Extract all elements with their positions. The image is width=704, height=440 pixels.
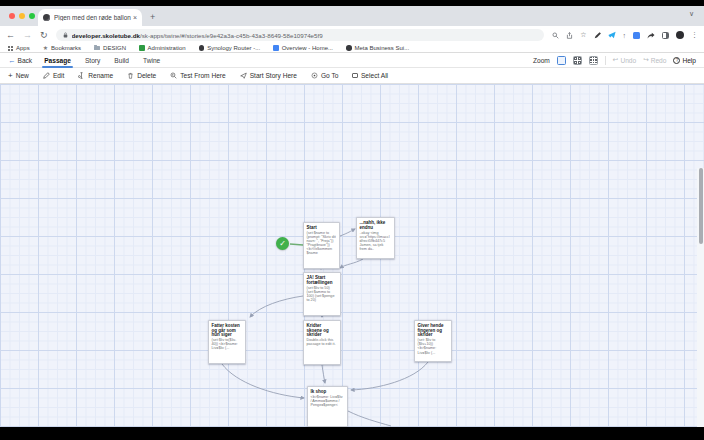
help-button[interactable]: ?Help — [673, 57, 696, 64]
passage-title: Fatter kosten og går som hun siger — [212, 323, 243, 337]
connection-fatter-to-ik-shop — [222, 364, 304, 398]
profile-avatar[interactable] — [676, 31, 684, 39]
tab-title: Pigen med den røde ballon — [54, 14, 131, 21]
start-story-here-button[interactable]: Start Story Here — [240, 72, 297, 79]
browser-tab[interactable]: Pigen med den røde ballon × — [38, 9, 142, 26]
checkbox-icon — [352, 73, 358, 79]
passage-node-start[interactable]: Start(set:$name to (prompt: "Skriv dit n… — [303, 222, 340, 269]
new-button[interactable]: +New — [8, 72, 29, 80]
bookmark-meta[interactable]: Meta Business Sui... — [346, 45, 409, 51]
uparrow-extension-icon[interactable]: ↑ — [623, 32, 627, 39]
tab-twine[interactable]: Twine — [143, 57, 160, 64]
bookmark-apps[interactable]: Apps — [8, 45, 30, 51]
passage-body: (set:$liv to($liv-40)) <b>$name: Liv=$li… — [212, 338, 243, 350]
bookmark-bookmarks[interactable]: ★Bookmarks — [43, 45, 81, 51]
back-button[interactable]: ←Back — [8, 56, 32, 65]
macos-minimize-button[interactable] — [19, 13, 25, 19]
connections-layer — [0, 84, 704, 427]
go-to-button[interactable]: Go To — [311, 72, 338, 79]
back-arrow-icon: ← — [8, 56, 16, 65]
passage-toolbar: +New Edit Rename Delete Test From Here S… — [0, 68, 704, 84]
passage-node-giver[interactable]: Giver hende fingeren og skrider(set: $li… — [414, 320, 452, 362]
zoom-medium-button[interactable] — [573, 56, 582, 65]
star-icon: ★ — [43, 46, 48, 51]
bookmark-administration[interactable]: Administration — [139, 45, 186, 51]
bookmark-design[interactable]: DESIGN — [94, 45, 126, 51]
meta-icon — [346, 45, 352, 51]
story-canvas[interactable]: ✓ Start(set:$name to (prompt: "Skriv dit… — [0, 84, 704, 427]
vertical-scrollbar[interactable] — [697, 168, 704, 427]
select-all-button[interactable]: Select All — [352, 72, 388, 79]
url-input[interactable]: developer.skoletube.dk/sk-apps/twine/#/s… — [56, 29, 545, 41]
redo-icon: ↪ — [643, 56, 649, 64]
test-from-here-button[interactable]: Test From Here — [170, 72, 225, 79]
target-icon — [311, 72, 318, 79]
start-story-marker-icon[interactable]: ✓ — [276, 237, 289, 250]
passage-title: Kridter skoene og skrider — [307, 323, 338, 337]
connection-ik-shop-to-offscreen — [348, 411, 391, 426]
passage-body: (set:$name to (prompt: "Skriv dit navn: … — [307, 231, 337, 256]
passage-node-kridter[interactable]: Kridter skoene og skriderDouble-click th… — [303, 320, 341, 365]
back-nav-icon[interactable]: ← — [6, 30, 15, 40]
undo-button[interactable]: ↩Undo — [613, 56, 636, 64]
new-tab-button[interactable]: + — [150, 12, 155, 22]
passage-body: (set:$liv to 50) (set:$ammo to 100) (set… — [307, 285, 338, 301]
telegram-extension-icon[interactable] — [608, 31, 616, 39]
tab-passage[interactable]: Passage — [44, 57, 71, 64]
letterbox-bottom — [0, 427, 704, 440]
blue-app-icon — [273, 45, 279, 51]
share-arrow-extension-icon[interactable] — [647, 32, 655, 39]
passage-node-ik-shop[interactable]: Ik shop<b>$name: Liv=$liv / Ammo=$ammo /… — [307, 386, 348, 427]
passage-node-ja-start[interactable]: JA! Start fortællingen(set:$liv to 50) (… — [303, 272, 341, 316]
trash-icon — [127, 72, 134, 79]
passage-body: ..okay <img src="https://imaccld/rect59b… — [360, 230, 392, 251]
passage-node-fatter[interactable]: Fatter kosten og går som hun siger(set:$… — [208, 320, 246, 364]
blue-extension-icon[interactable] — [633, 32, 640, 39]
tab-favicon-icon — [43, 14, 50, 21]
bookmark-overview[interactable]: Overview - Home... — [273, 45, 333, 51]
apps-grid-icon — [8, 46, 13, 51]
bookmarks-bar: Apps ★Bookmarks DESIGN Administration Sy… — [0, 44, 704, 53]
passage-node-nahh[interactable]: ...nahh, ikke endnu..okay <img src="http… — [356, 217, 395, 259]
rename-button[interactable]: Rename — [78, 72, 113, 79]
url-domain: developer.skoletube.dk — [72, 32, 140, 39]
pencil-icon — [43, 72, 50, 79]
browser-address-bar: ← → ↻ developer.skoletube.dk/sk-apps/twi… — [0, 26, 704, 44]
lock-icon — [63, 32, 68, 38]
tab-story[interactable]: Story — [85, 57, 100, 64]
forward-nav-icon[interactable]: → — [23, 30, 32, 40]
play-send-icon — [240, 72, 247, 79]
pen-extension-icon[interactable] — [594, 32, 601, 39]
bookmark-synology[interactable]: Synology Router -... — [199, 45, 261, 51]
browser-menu-icon[interactable]: ⋮ — [691, 31, 698, 39]
tab-close-icon[interactable]: × — [133, 14, 137, 21]
url-text: developer.skoletube.dk/sk-apps/twine/#/s… — [72, 32, 323, 39]
connection-giver-to-ik-shop — [351, 362, 428, 390]
nine-dots-icon — [590, 57, 597, 64]
reload-icon[interactable]: ↻ — [40, 30, 48, 40]
share-icon[interactable] — [566, 32, 573, 39]
search-icon[interactable] — [552, 32, 559, 39]
passage-body: (set: $liv to ($liv+10)) <b>$name: Liv=$… — [418, 338, 449, 354]
bookmark-star-icon[interactable]: ☆ — [580, 31, 586, 39]
passage-title: Giver hende fingeren og skrider — [418, 323, 449, 337]
tab-build[interactable]: Build — [114, 57, 129, 64]
zoom-label: Zoom — [533, 57, 550, 64]
undo-icon: ↩ — [613, 56, 619, 64]
connection-nahh-to-ja-start — [340, 259, 363, 268]
zoom-100-button[interactable] — [557, 56, 566, 65]
vertical-scrollbar-thumb[interactable] — [699, 168, 703, 244]
edit-button[interactable]: Edit — [43, 72, 64, 79]
delete-button[interactable]: Delete — [127, 72, 156, 79]
macos-zoom-button[interactable] — [29, 13, 35, 19]
zoom-small-button[interactable] — [589, 56, 598, 65]
sidepanel-icon[interactable] — [662, 32, 669, 39]
connection-start-to-nahh — [340, 229, 355, 236]
passage-body: <b>$name: Liv=$liv / Ammo=$ammo / Penge=… — [311, 395, 345, 407]
connection-ja-start-to-fatter — [250, 296, 303, 317]
help-icon: ? — [673, 57, 680, 64]
redo-button[interactable]: ↪Redo — [643, 56, 666, 64]
rename-icon — [78, 72, 85, 79]
macos-close-button[interactable] — [9, 13, 15, 19]
tab-search-chevron-icon[interactable]: ∨ — [689, 10, 694, 18]
